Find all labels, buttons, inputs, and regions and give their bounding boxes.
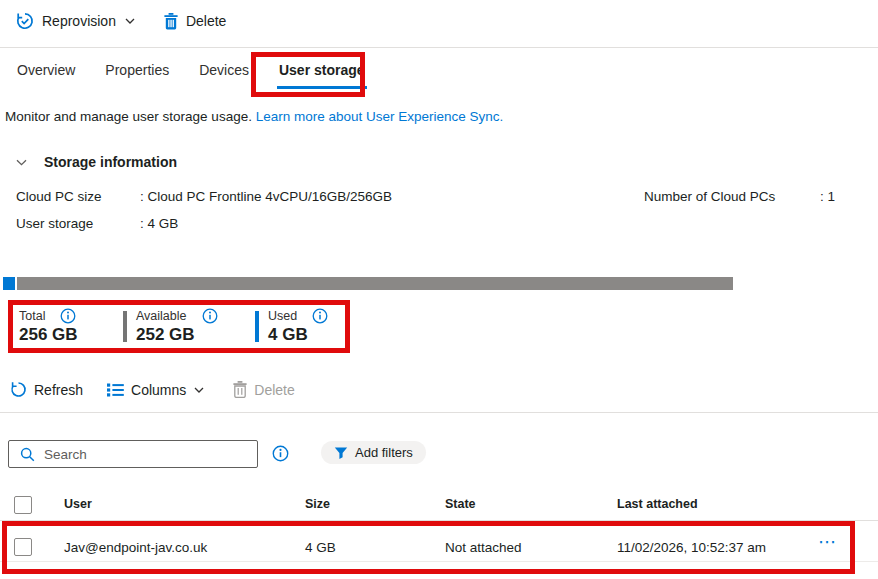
info-icon[interactable] — [312, 308, 328, 324]
cell-user: Jav@endpoint-jav.co.uk — [64, 540, 207, 555]
number-of-cloud-pcs-label: Number of Cloud PCs — [644, 189, 775, 204]
delete-label: Delete — [186, 13, 226, 29]
tab-devices[interactable]: Devices — [199, 62, 249, 78]
storage-information-header: Storage information — [15, 154, 177, 170]
reprovision-button[interactable]: Reprovision — [16, 12, 136, 30]
legend-available: Available 252 GB — [127, 309, 255, 344]
column-header-user[interactable]: User — [64, 497, 92, 511]
refresh-label: Refresh — [34, 382, 83, 398]
tab-overview[interactable]: Overview — [17, 62, 75, 78]
section-chevron-icon[interactable] — [15, 156, 28, 169]
page-description: Monitor and manage user storage usage. L… — [5, 109, 503, 124]
add-filters-label: Add filters — [355, 445, 413, 460]
usage-bar-track — [17, 277, 733, 290]
delete-button[interactable]: Delete — [164, 13, 226, 30]
usage-bar-used-segment — [3, 277, 15, 290]
reprovision-label: Reprovision — [42, 13, 116, 29]
select-all-checkbox[interactable] — [14, 496, 32, 514]
info-icon[interactable] — [272, 445, 289, 462]
filter-icon — [334, 446, 348, 460]
annotation-box-storage-legend: Total 256 GB Available 252 GB Used — [8, 300, 350, 353]
info-icon[interactable] — [202, 308, 218, 324]
row-checkbox[interactable] — [14, 538, 32, 556]
tab-user-storage[interactable]: User storage — [279, 62, 365, 78]
columns-label: Columns — [131, 382, 186, 398]
legend-available-label: Available — [136, 309, 187, 323]
columns-button[interactable]: Columns — [107, 382, 205, 398]
refresh-icon — [10, 381, 27, 398]
refresh-button[interactable]: Refresh — [10, 381, 83, 398]
legend-available-value: 252 GB — [136, 325, 255, 345]
toolbar-divider — [0, 412, 878, 413]
column-header-size[interactable]: Size — [305, 497, 330, 511]
user-storage-page: Reprovision Delete Overview Propertie — [0, 0, 878, 579]
cell-size: 4 GB — [305, 540, 336, 555]
delete-rows-button-disabled[interactable]: Delete — [233, 381, 294, 398]
number-of-cloud-pcs-value: : 1 — [820, 189, 835, 204]
grid-toolbar: Refresh Columns — [10, 381, 295, 398]
legend-total-label: Total — [19, 309, 45, 323]
cell-state: Not attached — [445, 540, 522, 555]
user-storage-label: User storage — [16, 216, 93, 231]
delete-rows-label: Delete — [254, 382, 294, 398]
add-filters-button[interactable]: Add filters — [321, 441, 426, 464]
row-menu-icon[interactable]: ⋯ — [818, 531, 837, 553]
cloud-pc-size-value: : Cloud PC Frontline 4vCPU/16GB/256GB — [140, 189, 392, 204]
columns-icon — [107, 383, 124, 397]
table-header: User Size State Last attached — [0, 490, 878, 521]
tab-bar: Overview Properties Devices User storage — [17, 62, 365, 78]
reprovision-icon — [16, 12, 34, 30]
cloud-pc-size-label: Cloud PC size — [16, 189, 102, 204]
user-storage-value: : 4 GB — [140, 216, 178, 231]
column-header-state[interactable]: State — [445, 497, 476, 511]
table-row[interactable]: Jav@endpoint-jav.co.uk 4 GB Not attached… — [0, 521, 878, 562]
chevron-down-icon — [193, 384, 205, 396]
search-box — [8, 440, 258, 468]
legend-used: Used 4 GB — [259, 309, 345, 344]
info-icon[interactable] — [60, 308, 76, 324]
command-bar-divider — [0, 47, 878, 48]
cell-last-attached: 11/02/2026, 10:52:37 am — [617, 540, 766, 555]
column-header-last-attached[interactable]: Last attached — [617, 497, 698, 511]
chevron-down-icon — [124, 15, 136, 27]
search-icon — [20, 447, 35, 462]
storage-usage-bar — [3, 277, 733, 290]
learn-more-link[interactable]: Learn more about User Experience Sync. — [256, 109, 504, 124]
description-text: Monitor and manage user storage usage. — [5, 109, 252, 124]
search-input[interactable] — [44, 441, 257, 467]
storage-information-title: Storage information — [44, 154, 177, 170]
legend-used-label: Used — [268, 309, 297, 323]
legend-used-value: 4 GB — [268, 325, 345, 345]
delete-icon — [164, 13, 178, 30]
legend-total-value: 256 GB — [19, 325, 123, 345]
delete-icon — [233, 381, 247, 398]
command-bar: Reprovision Delete — [16, 12, 226, 30]
legend-total: Total 256 GB — [19, 309, 123, 344]
tab-properties[interactable]: Properties — [105, 62, 169, 78]
